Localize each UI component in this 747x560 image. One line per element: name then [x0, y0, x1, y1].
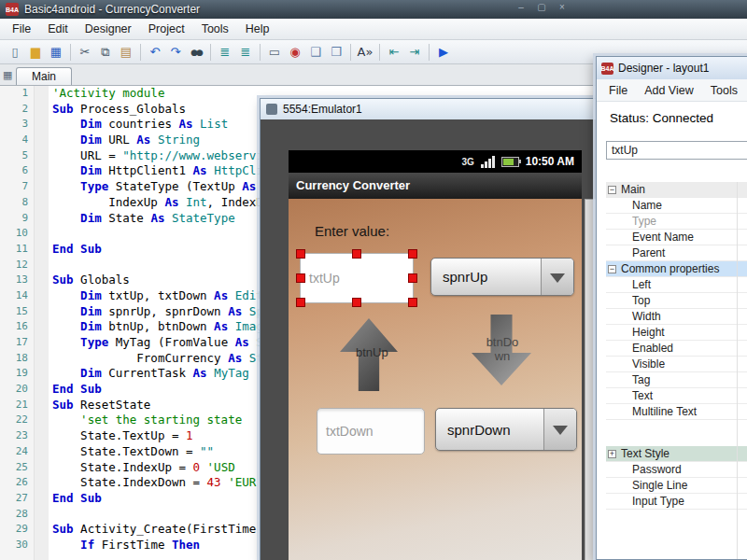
property-row-text[interactable]: Text	[606, 388, 747, 404]
property-row-text-style[interactable]: +Text Style	[606, 446, 747, 462]
menu-file[interactable]: File	[4, 20, 39, 38]
property-row-parent[interactable]: Parent	[606, 245, 747, 261]
new-file-button[interactable]: ▯	[5, 43, 25, 62]
menu-tools[interactable]: Tools	[193, 20, 237, 38]
fold-margin	[34, 163, 49, 179]
line-number: 29	[0, 522, 34, 538]
select-region-button[interactable]: ▭	[264, 43, 285, 62]
property-grid-spacer	[606, 420, 747, 446]
selection-handle[interactable]	[296, 249, 305, 259]
comment-bubble-button[interactable]: ❑	[305, 43, 326, 62]
fold-toggle-icon[interactable]: −	[36, 525, 45, 534]
emulator-titlebar[interactable]: 5554:Emulator1	[261, 99, 600, 120]
line-number: 16	[0, 319, 34, 335]
ide-titlebar[interactable]: B4A Basic4android - CurrencyConverter – …	[0, 0, 747, 19]
property-label: Enabled	[632, 341, 673, 356]
enter-value-label: Enter value:	[315, 223, 389, 239]
property-row-common-properties[interactable]: −Common properties	[606, 261, 747, 277]
txtup-edittext[interactable]: txtUp	[300, 253, 414, 303]
fold-margin	[34, 148, 49, 164]
property-row-visible[interactable]: Visible	[606, 357, 747, 372]
maximize-button[interactable]: ▢	[535, 2, 548, 12]
undo-button[interactable]: ↶	[145, 43, 165, 62]
menu-project[interactable]: Project	[140, 20, 193, 38]
menu-help[interactable]: Help	[237, 20, 278, 38]
property-row-tag[interactable]: Tag	[606, 372, 747, 388]
code-text: End Sub	[49, 382, 102, 398]
find-view-button[interactable]: ◉	[285, 43, 305, 62]
line-number: 3	[0, 117, 34, 133]
property-label: Common properties	[621, 261, 719, 276]
selection-handle[interactable]	[296, 273, 305, 283]
indent-button[interactable]: ⇥	[404, 43, 425, 62]
run-button[interactable]: ▶	[433, 43, 454, 62]
property-row-event-name[interactable]: Event Name	[606, 230, 747, 245]
property-row-enabled[interactable]: Enabled	[606, 341, 747, 357]
code-text: State.TextDown = ""	[49, 444, 214, 460]
spnrdown-spinner[interactable]: spnrDown	[435, 408, 577, 451]
code-text: 'set the starting state	[49, 413, 242, 428]
fold-margin	[34, 444, 49, 460]
designer-view-name-field[interactable]: txtUp	[606, 141, 747, 160]
fold-margin	[34, 226, 49, 242]
selection-handle[interactable]	[408, 249, 417, 259]
property-row-input-type[interactable]: Input Type	[606, 494, 747, 510]
spinner-dropdown-icon	[543, 409, 576, 450]
uncomment-selected-button[interactable]: ≣	[235, 43, 256, 62]
property-row-top[interactable]: Top	[606, 293, 747, 309]
property-label: Parent	[632, 245, 665, 260]
property-row-main[interactable]: −Main	[606, 182, 747, 198]
expand-icon[interactable]: +	[608, 450, 616, 458]
property-row-name[interactable]: Name	[606, 198, 747, 214]
txtdown-edittext[interactable]: txtDown	[317, 408, 425, 455]
font-size-button[interactable]: A»	[355, 43, 375, 62]
designer-titlebar[interactable]: B4A Designer - layout1	[597, 57, 747, 80]
property-row-multiline-text[interactable]: Multiline Text	[606, 404, 747, 420]
fold-margin	[34, 133, 49, 148]
comment-selected-button[interactable]: ≣	[215, 43, 235, 62]
copy-button[interactable]: ⧉	[95, 43, 116, 62]
find-button[interactable]: ●●	[186, 43, 206, 62]
fold-toggle-icon[interactable]: −	[36, 276, 45, 285]
designer-view-name-value: txtUp	[612, 144, 638, 157]
close-button[interactable]: ×	[556, 2, 569, 12]
cut-button[interactable]: ✂	[75, 43, 95, 62]
selection-handle[interactable]	[352, 249, 361, 259]
designer-menu-tools[interactable]: Tools	[702, 81, 746, 100]
designer-menu-file[interactable]: File	[600, 81, 636, 100]
fold-toggle-icon[interactable]: −	[36, 105, 45, 114]
spnrup-spinner[interactable]: spnrUp	[430, 258, 574, 296]
modules-icon[interactable]: ▦	[3, 69, 12, 81]
signal-strength-icon	[481, 156, 495, 168]
selection-handle[interactable]	[408, 273, 417, 283]
open-file-button[interactable]: ▆	[25, 43, 46, 62]
fold-toggle-icon[interactable]: −	[36, 401, 45, 410]
selection-handle[interactable]	[296, 298, 305, 307]
collapse-icon[interactable]: −	[608, 265, 616, 273]
property-row-single-line[interactable]: Single Line	[606, 478, 747, 494]
property-row-height[interactable]: Height	[606, 325, 747, 341]
outdent-button[interactable]: ⇤	[384, 43, 404, 62]
comment-bubble-arrow-button[interactable]: ❒	[326, 43, 346, 62]
property-row-left[interactable]: Left	[606, 277, 747, 293]
redo-button[interactable]: ↷	[165, 43, 186, 62]
fold-margin	[34, 211, 49, 227]
property-row-width[interactable]: Width	[606, 309, 747, 325]
spnrdown-label: spnrDown	[447, 422, 511, 438]
property-label: Visible	[632, 357, 665, 371]
menu-designer[interactable]: Designer	[77, 20, 140, 38]
line-number: 23	[0, 428, 34, 444]
property-row-type[interactable]: Type	[606, 214, 747, 230]
minimize-button[interactable]: –	[514, 2, 528, 12]
toolbar-separator	[350, 44, 351, 61]
property-row-password[interactable]: Password	[606, 462, 747, 478]
collapse-icon[interactable]: −	[608, 186, 616, 194]
selection-handle[interactable]	[352, 298, 361, 307]
designer-menu-add-view[interactable]: Add View	[636, 81, 702, 100]
selection-handle[interactable]	[408, 298, 417, 307]
menu-edit[interactable]: Edit	[39, 20, 77, 38]
fold-margin	[34, 335, 49, 351]
save-button[interactable]: ▦	[46, 43, 66, 62]
paste-button[interactable]: ▤	[116, 43, 136, 62]
tab-main[interactable]: Main	[16, 67, 72, 85]
